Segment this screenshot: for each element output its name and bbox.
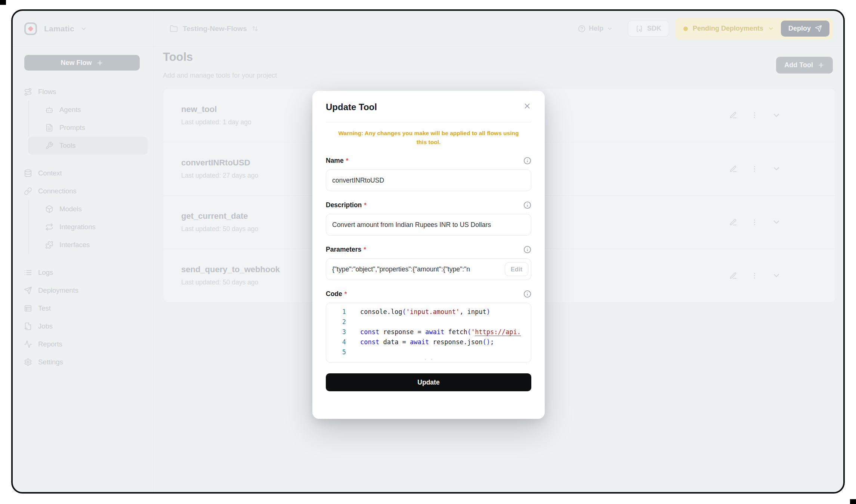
- chevron-down-icon[interactable]: [772, 111, 781, 120]
- close-icon[interactable]: [523, 102, 531, 110]
- code-line-number: 5: [326, 347, 346, 357]
- name-input[interactable]: convertINRtoUSD: [326, 169, 531, 191]
- add-tool-label: Add Tool: [784, 61, 813, 69]
- modal-title: Update Tool: [326, 102, 377, 112]
- screenshot-canvas: Lamatic New Flow FlowsAgentsPromptsTools…: [0, 0, 856, 504]
- info-icon[interactable]: [523, 246, 531, 253]
- screen-corner-mark-bottom-right: [850, 499, 856, 504]
- chevron-down-icon: [607, 26, 613, 32]
- topbar: Testing-New-Flows Help SDK: [154, 11, 843, 47]
- pending-status-dot: [683, 27, 688, 31]
- sidebar-item-label: Context: [38, 169, 62, 177]
- sidebar-item-reports[interactable]: Reports: [13, 335, 154, 353]
- tool-last-updated: Last updated: 27 days ago: [181, 172, 258, 180]
- edit-icon[interactable]: [729, 272, 737, 280]
- tool-name: convertINRtoUSD: [181, 158, 258, 168]
- chevron-down-icon[interactable]: [768, 25, 774, 32]
- pending-deployments-group: Pending Deployments Deploy: [675, 18, 833, 40]
- name-field-group: Name * convertINRtoUSD: [326, 157, 531, 191]
- sidebar-item-interfaces[interactable]: Interfaces: [28, 236, 154, 254]
- tool-name: get_current_date: [181, 211, 258, 221]
- edit-icon[interactable]: [729, 218, 737, 226]
- sidebar-item-test[interactable]: Test: [13, 299, 154, 317]
- parameters-field-group: Parameters * {"type":"object","propertie…: [326, 246, 531, 280]
- sidebar-item-models[interactable]: Models: [28, 200, 154, 218]
- tool-name: send_query_to_webhook: [181, 265, 280, 274]
- tool-name: new_tool: [181, 105, 251, 114]
- sidebar-item-label: Jobs: [38, 322, 53, 330]
- integrations-icon: [45, 223, 53, 231]
- parameters-input[interactable]: {"type":"object","properties":{"amount":…: [326, 258, 531, 280]
- add-tool-button[interactable]: Add Tool: [776, 57, 833, 74]
- sidebar-item-flows[interactable]: Flows: [13, 83, 154, 101]
- help-menu[interactable]: Help: [578, 25, 613, 32]
- sidebar-nav: FlowsAgentsPromptsToolsContextConnection…: [13, 83, 154, 371]
- send-icon: [815, 25, 822, 32]
- sidebar-item-label: Reports: [38, 340, 62, 348]
- required-asterisk: *: [364, 202, 367, 209]
- sidebar-item-label: Test: [38, 304, 51, 312]
- code-resize-handle[interactable]: [425, 359, 432, 360]
- modal-warning-text: Warning: Any changes you make will be ap…: [334, 129, 523, 147]
- description-label: Description: [326, 201, 362, 209]
- code-line-number: 3: [326, 327, 346, 337]
- code-line-text: [346, 317, 360, 327]
- tool-info: send_query_to_webhookLast updated: 50 da…: [181, 265, 280, 286]
- jobs-icon: [24, 322, 32, 330]
- sidebar-item-logs[interactable]: Logs: [13, 264, 154, 281]
- logs-icon: [24, 268, 32, 277]
- deploy-button[interactable]: Deploy: [781, 21, 829, 37]
- sidebar-item-connections[interactable]: Connections: [13, 182, 154, 200]
- more-options-icon[interactable]: [751, 218, 758, 226]
- sidebar-item-deployments[interactable]: Deployments: [13, 281, 154, 299]
- sidebar-item-jobs[interactable]: Jobs: [13, 317, 154, 335]
- sidebar-item-settings[interactable]: Settings: [13, 353, 154, 371]
- chevron-down-icon[interactable]: [772, 271, 781, 280]
- edit-icon[interactable]: [729, 111, 737, 119]
- chevron-down-icon[interactable]: [772, 164, 781, 173]
- prompts-icon: [45, 124, 53, 132]
- workspace-selector[interactable]: Testing-New-Flows: [170, 25, 258, 33]
- info-icon[interactable]: [523, 201, 531, 209]
- tool-actions: [729, 111, 781, 120]
- new-flow-button[interactable]: New Flow: [24, 55, 140, 71]
- info-icon[interactable]: [523, 157, 531, 165]
- tool-info: get_current_dateLast updated: 50 days ag…: [181, 211, 258, 233]
- sdk-label: SDK: [647, 25, 661, 32]
- workspace-switcher-chevron-icon[interactable]: [80, 25, 87, 32]
- edit-parameters-button[interactable]: Edit: [505, 262, 528, 276]
- deploy-label: Deploy: [788, 25, 811, 32]
- tool-actions: [729, 271, 781, 280]
- sidebar-item-agents[interactable]: Agents: [28, 101, 154, 119]
- interfaces-icon: [45, 241, 53, 249]
- update-button[interactable]: Update: [326, 373, 531, 391]
- workspace-name: Testing-New-Flows: [183, 25, 247, 33]
- tool-last-updated: Last updated: 50 days ago: [181, 279, 280, 286]
- info-icon[interactable]: [523, 290, 531, 298]
- sidebar-item-tools[interactable]: Tools: [28, 137, 148, 155]
- code-line-number: 4: [326, 337, 346, 347]
- description-input[interactable]: Convert amount from Indian Rupees INR to…: [326, 214, 531, 236]
- tool-info: new_toolLast updated: 1 day ago: [181, 105, 251, 126]
- sidebar-item-label: Integrations: [59, 223, 96, 231]
- edit-icon[interactable]: [729, 165, 737, 173]
- sidebar-item-label: Agents: [59, 106, 81, 114]
- screen-corner-mark-top-left: [0, 0, 6, 5]
- more-options-icon[interactable]: [751, 165, 758, 173]
- code-field-group: Code * 1console.log('input.amount', inpu…: [326, 290, 531, 363]
- tools-icon: [45, 141, 53, 150]
- sidebar-item-integrations[interactable]: Integrations: [28, 218, 154, 236]
- nav-group-gap: [13, 254, 154, 264]
- more-options-icon[interactable]: [751, 111, 758, 119]
- sidebar-item-context[interactable]: Context: [13, 164, 154, 182]
- more-options-icon[interactable]: [751, 272, 758, 280]
- code-editor[interactable]: 1console.log('input.amount', input)23con…: [326, 303, 531, 363]
- sidebar-item-prompts[interactable]: Prompts: [28, 119, 154, 137]
- parameters-value: {"type":"object","properties":{"amount":…: [332, 265, 470, 273]
- pending-deployments-label[interactable]: Pending Deployments: [693, 25, 763, 32]
- chevron-down-icon[interactable]: [772, 218, 781, 227]
- sidebar-item-label: Tools: [59, 141, 75, 150]
- sidebar-item-label: Flows: [38, 88, 56, 96]
- sdk-button[interactable]: SDK: [628, 21, 669, 37]
- sidebar-item-label: Logs: [38, 268, 53, 277]
